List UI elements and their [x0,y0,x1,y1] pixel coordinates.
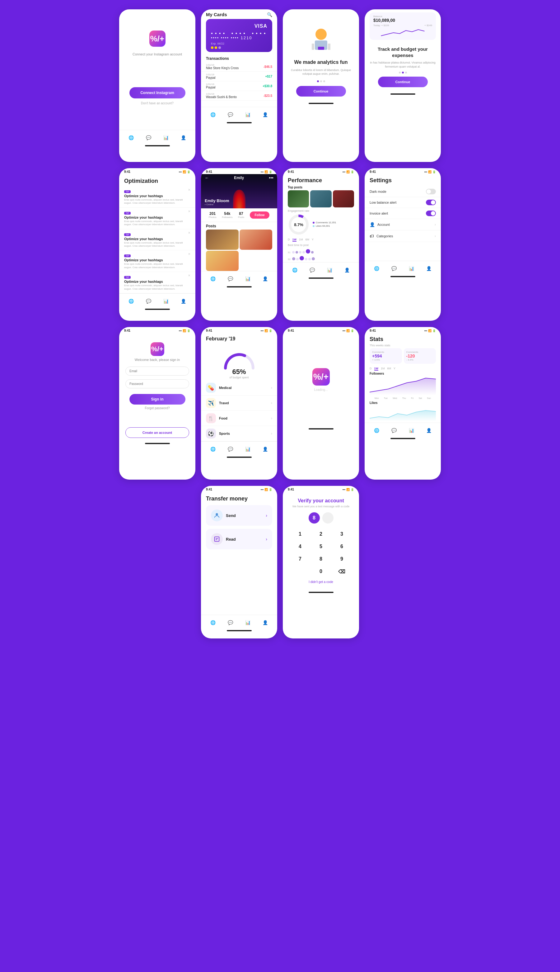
nav-profile[interactable]: 👤 [425,264,433,273]
more-options-icon[interactable]: ••• [269,175,273,180]
no-account-text: Don't have an account? [119,102,195,105]
nav-home[interactable]: 🌐 [127,133,135,142]
performance-title: Performance [283,174,359,185]
post-thumb-2[interactable] [240,229,272,250]
connect-instagram-button[interactable]: Connect Instagram [129,87,185,99]
numpad-7[interactable]: 7 [290,554,310,565]
nav-profile[interactable]: 👤 [425,426,433,435]
status-bar: 9:41 ▪▪▪ 📶 🔋 [283,486,359,492]
nav-profile[interactable]: 👤 [261,110,270,119]
nav-stats[interactable]: 📊 [407,426,416,435]
nav-profile[interactable]: 👤 [261,274,270,283]
forgot-password-link[interactable]: Forgot password? [119,407,195,410]
invoice-alert-toggle[interactable] [426,211,436,216]
nav-messages[interactable]: 💬 [308,266,317,274]
code-display: 8 [283,512,359,524]
numpad-2[interactable]: 2 [311,529,331,540]
search-icon[interactable]: 🔍 [267,12,272,17]
budget-sports[interactable]: ⚽ Sports › [201,426,277,441]
numpad-backspace[interactable]: ⌫ [332,566,352,577]
tab-y[interactable]: Y [312,238,313,242]
post-thumb-3[interactable] [206,251,238,271]
nav-stats[interactable]: 📊 [162,297,170,306]
tab-1m[interactable]: 1M [299,238,303,242]
nav-profile[interactable]: 👤 [261,618,270,627]
nav-stats[interactable]: 📊 [162,133,170,142]
nav-home[interactable]: 🌐 [208,618,217,627]
continue-button[interactable]: Continue [296,86,346,97]
top-post-2[interactable] [310,190,331,207]
continue-button-track[interactable]: Continue [378,77,428,87]
tab-d[interactable]: D [288,238,290,242]
nav-profile[interactable]: 👤 [179,133,188,142]
nav-stats[interactable]: 📊 [243,618,252,627]
tab-6m[interactable]: 6M [387,367,392,371]
email-input[interactable] [125,366,189,376]
send-option[interactable]: Send › [206,505,272,526]
nav-messages[interactable]: 💬 [226,110,235,119]
follow-button[interactable]: Follow [250,211,270,219]
nav-profile[interactable]: 👤 [343,266,352,274]
categories-row[interactable]: 🏷 Categories › [365,231,441,242]
tab-6m[interactable]: 6M [305,238,310,242]
transaction-3: 1/31/19 Paypal +$30.8 [201,81,277,91]
nav-home[interactable]: 🌐 [372,264,381,273]
resend-code-link[interactable]: I didn't get a code [283,577,359,584]
create-account-button[interactable]: Create an account [125,427,189,438]
tab-y[interactable]: Y [393,367,395,371]
budget-travel[interactable]: ✈️ Travel › [201,395,277,411]
nav-home[interactable]: 🌐 [208,274,217,283]
nav-messages[interactable]: 💬 [390,264,398,273]
nav-messages[interactable]: 💬 [226,618,235,627]
back-button[interactable]: ← [205,175,209,180]
nav-stats[interactable]: 📊 [243,445,252,453]
nav-messages[interactable]: 💬 [226,445,235,453]
nav-profile[interactable]: 👤 [179,297,188,306]
tab-1m[interactable]: 1M [381,367,385,371]
numpad-1[interactable]: 1 [290,529,310,540]
nav-messages[interactable]: 💬 [144,133,153,142]
nav-messages[interactable]: 💬 [144,297,153,306]
svg-point-7 [216,513,218,515]
home-indicator [308,428,333,430]
read-option[interactable]: Read › [206,529,272,549]
nav-stats[interactable]: 📊 [243,110,252,119]
password-input[interactable] [125,379,189,388]
sign-in-button[interactable]: Sign in [129,394,185,405]
status-bar: 9:41 ▪▪▪ 📶 🔋 [201,486,277,492]
top-post-3[interactable] [333,190,354,207]
numpad-4[interactable]: 4 [290,541,310,552]
post-thumb-1[interactable] [206,229,238,250]
tab-1w[interactable]: 1W [374,367,378,371]
dark-mode-toggle[interactable] [426,189,436,194]
nav-messages[interactable]: 💬 [226,274,235,283]
nav-messages[interactable]: 💬 [390,426,398,435]
nav-home[interactable]: 🌐 [127,297,135,306]
nav-stats[interactable]: 📊 [325,266,334,274]
sports-label: Sports [219,432,230,435]
nav-home[interactable]: 🌐 [290,266,299,274]
signal-icon: ▪▪▪ [424,171,427,174]
battery-icon: 🔋 [432,329,436,332]
nav-home[interactable]: 🌐 [208,110,217,119]
low-balance-toggle[interactable] [426,200,436,205]
numpad-9[interactable]: 9 [332,554,352,565]
nav-stats[interactable]: 📊 [243,274,252,283]
nav-home[interactable]: 🌐 [208,445,217,453]
numpad-8[interactable]: 8 [311,554,331,565]
top-post-1[interactable] [288,190,309,207]
nav-home[interactable]: 🌐 [372,426,381,435]
budget-date: February '19 [201,333,277,343]
numpad-0[interactable]: 0 [311,566,331,577]
numpad-3[interactable]: 3 [332,529,352,540]
budget-medical[interactable]: 💊 Medical › [201,380,277,395]
account-row[interactable]: 👤 Account › [365,219,441,231]
numpad-5[interactable]: 5 [311,541,331,552]
numpad-6[interactable]: 6 [332,541,352,552]
tab-1w[interactable]: 1W [292,238,297,242]
home-indicator [390,276,415,277]
nav-profile[interactable]: 👤 [261,445,270,453]
tab-d[interactable]: D [370,367,372,371]
budget-food[interactable]: 🍴 Food › [201,411,277,426]
nav-stats[interactable]: 📊 [407,264,416,273]
